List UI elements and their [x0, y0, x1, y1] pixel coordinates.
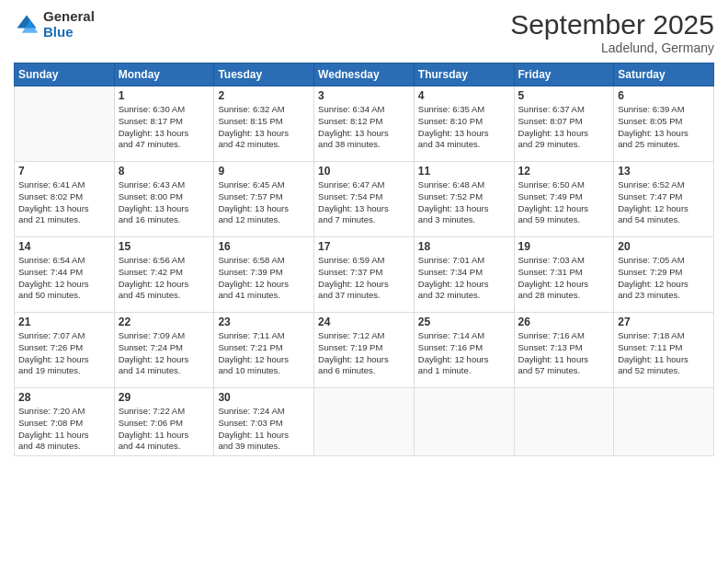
- day-info: Sunrise: 7:01 AMSunset: 7:34 PMDaylight:…: [418, 255, 510, 302]
- day-info: Sunrise: 7:09 AMSunset: 7:24 PMDaylight:…: [119, 330, 210, 377]
- day-info: Sunrise: 7:20 AMSunset: 7:08 PMDaylight:…: [18, 406, 110, 453]
- day-number: 15: [119, 240, 210, 253]
- day-number: 25: [418, 316, 510, 328]
- calendar-cell: 4Sunrise: 6:35 AMSunset: 8:10 PMDaylight…: [414, 86, 514, 162]
- calendar-week-row: 21Sunrise: 7:07 AMSunset: 7:26 PMDayligh…: [15, 313, 714, 388]
- calendar-cell: 22Sunrise: 7:09 AMSunset: 7:24 PMDayligh…: [114, 313, 214, 388]
- calendar-cell: 14Sunrise: 6:54 AMSunset: 7:44 PMDayligh…: [15, 237, 115, 313]
- calendar-cell: 10Sunrise: 6:47 AMSunset: 7:54 PMDayligh…: [314, 162, 415, 237]
- day-info: Sunrise: 7:22 AMSunset: 7:06 PMDaylight:…: [119, 406, 210, 453]
- day-info: Sunrise: 7:14 AMSunset: 7:16 PMDaylight:…: [418, 330, 510, 377]
- calendar-cell: 1Sunrise: 6:30 AMSunset: 8:17 PMDaylight…: [114, 86, 214, 162]
- day-info: Sunrise: 7:11 AMSunset: 7:21 PMDaylight:…: [218, 330, 310, 377]
- day-info: Sunrise: 6:52 AMSunset: 7:47 PMDaylight:…: [618, 179, 710, 226]
- day-info: Sunrise: 7:16 AMSunset: 7:13 PMDaylight:…: [518, 330, 610, 377]
- day-info: Sunrise: 6:39 AMSunset: 8:05 PMDaylight:…: [618, 104, 710, 151]
- calendar-week-row: 28Sunrise: 7:20 AMSunset: 7:08 PMDayligh…: [15, 388, 714, 456]
- day-number: 27: [618, 316, 710, 328]
- calendar-cell: 23Sunrise: 7:11 AMSunset: 7:21 PMDayligh…: [214, 313, 314, 388]
- day-number: 9: [218, 165, 310, 178]
- logo-text: General Blue: [43, 9, 95, 40]
- header: General Blue September 2025 Ladelund, Ge…: [14, 9, 714, 55]
- calendar-week-row: 1Sunrise: 6:30 AMSunset: 8:17 PMDaylight…: [15, 86, 714, 162]
- day-info: Sunrise: 6:48 AMSunset: 7:52 PMDaylight:…: [418, 179, 510, 226]
- day-number: 23: [218, 316, 310, 328]
- day-number: 13: [618, 165, 710, 178]
- day-number: 29: [119, 391, 210, 404]
- day-number: 5: [518, 89, 610, 102]
- logo-icon: [14, 12, 40, 38]
- day-info: Sunrise: 6:56 AMSunset: 7:42 PMDaylight:…: [119, 255, 210, 302]
- calendar-cell: 9Sunrise: 6:45 AMSunset: 7:57 PMDaylight…: [214, 162, 314, 237]
- day-number: 6: [618, 89, 710, 102]
- calendar-table: SundayMondayTuesdayWednesdayThursdayFrid…: [14, 63, 714, 456]
- calendar-cell: [414, 388, 514, 456]
- calendar-cell: [614, 388, 714, 456]
- calendar-cell: 29Sunrise: 7:22 AMSunset: 7:06 PMDayligh…: [114, 388, 214, 456]
- weekday-header: Sunday: [15, 63, 115, 86]
- weekday-header: Saturday: [614, 63, 714, 86]
- calendar-cell: 5Sunrise: 6:37 AMSunset: 8:07 PMDaylight…: [514, 86, 614, 162]
- calendar-cell: 11Sunrise: 6:48 AMSunset: 7:52 PMDayligh…: [414, 162, 514, 237]
- day-number: 17: [318, 240, 410, 253]
- day-number: 28: [18, 391, 110, 404]
- calendar-cell: 12Sunrise: 6:50 AMSunset: 7:49 PMDayligh…: [514, 162, 614, 237]
- day-number: 16: [218, 240, 310, 253]
- day-info: Sunrise: 6:50 AMSunset: 7:49 PMDaylight:…: [518, 179, 610, 226]
- day-number: 24: [318, 316, 410, 328]
- calendar-cell: 21Sunrise: 7:07 AMSunset: 7:26 PMDayligh…: [15, 313, 115, 388]
- calendar-cell: 27Sunrise: 7:18 AMSunset: 7:11 PMDayligh…: [614, 313, 714, 388]
- day-number: 22: [119, 316, 210, 328]
- day-info: Sunrise: 7:03 AMSunset: 7:31 PMDaylight:…: [518, 255, 610, 302]
- day-info: Sunrise: 6:30 AMSunset: 8:17 PMDaylight:…: [119, 104, 210, 151]
- day-number: 8: [119, 165, 210, 178]
- day-info: Sunrise: 6:59 AMSunset: 7:37 PMDaylight:…: [318, 255, 410, 302]
- calendar-cell: 8Sunrise: 6:43 AMSunset: 8:00 PMDaylight…: [114, 162, 214, 237]
- day-number: 30: [218, 391, 310, 404]
- calendar-cell: 17Sunrise: 6:59 AMSunset: 7:37 PMDayligh…: [314, 237, 415, 313]
- day-number: 20: [618, 240, 710, 253]
- day-info: Sunrise: 6:35 AMSunset: 8:10 PMDaylight:…: [418, 104, 510, 151]
- day-number: 18: [418, 240, 510, 253]
- calendar-cell: 6Sunrise: 6:39 AMSunset: 8:05 PMDaylight…: [614, 86, 714, 162]
- page: General Blue September 2025 Ladelund, Ge…: [0, 0, 728, 563]
- calendar-cell: 13Sunrise: 6:52 AMSunset: 7:47 PMDayligh…: [614, 162, 714, 237]
- day-number: 3: [318, 89, 410, 102]
- day-number: 11: [418, 165, 510, 178]
- day-number: 19: [518, 240, 610, 253]
- calendar-cell: 19Sunrise: 7:03 AMSunset: 7:31 PMDayligh…: [514, 237, 614, 313]
- calendar-cell: [15, 86, 115, 162]
- day-number: 2: [218, 89, 310, 102]
- weekday-header: Tuesday: [214, 63, 314, 86]
- day-number: 7: [18, 165, 110, 178]
- calendar-cell: [514, 388, 614, 456]
- calendar-week-row: 7Sunrise: 6:41 AMSunset: 8:02 PMDaylight…: [15, 162, 714, 237]
- day-number: 1: [119, 89, 210, 102]
- calendar-cell: 25Sunrise: 7:14 AMSunset: 7:16 PMDayligh…: [414, 313, 514, 388]
- day-info: Sunrise: 6:34 AMSunset: 8:12 PMDaylight:…: [318, 104, 410, 151]
- title-month: September 2025: [510, 9, 714, 40]
- day-info: Sunrise: 6:32 AMSunset: 8:15 PMDaylight:…: [218, 104, 310, 151]
- calendar-cell: 16Sunrise: 6:58 AMSunset: 7:39 PMDayligh…: [214, 237, 314, 313]
- day-info: Sunrise: 7:18 AMSunset: 7:11 PMDaylight:…: [618, 330, 710, 377]
- day-number: 26: [518, 316, 610, 328]
- day-info: Sunrise: 6:43 AMSunset: 8:00 PMDaylight:…: [119, 179, 210, 226]
- weekday-header: Monday: [114, 63, 214, 86]
- weekday-header: Thursday: [414, 63, 514, 86]
- day-number: 21: [18, 316, 110, 328]
- calendar-header-row: SundayMondayTuesdayWednesdayThursdayFrid…: [15, 63, 714, 86]
- day-number: 10: [318, 165, 410, 178]
- calendar-cell: 24Sunrise: 7:12 AMSunset: 7:19 PMDayligh…: [314, 313, 415, 388]
- day-info: Sunrise: 6:54 AMSunset: 7:44 PMDaylight:…: [18, 255, 110, 302]
- calendar-cell: 30Sunrise: 7:24 AMSunset: 7:03 PMDayligh…: [214, 388, 314, 456]
- title-location: Ladelund, Germany: [510, 40, 714, 55]
- day-info: Sunrise: 6:58 AMSunset: 7:39 PMDaylight:…: [218, 255, 310, 302]
- logo: General Blue: [14, 9, 95, 40]
- title-block: September 2025 Ladelund, Germany: [510, 9, 714, 55]
- calendar-cell: 28Sunrise: 7:20 AMSunset: 7:08 PMDayligh…: [15, 388, 115, 456]
- calendar-week-row: 14Sunrise: 6:54 AMSunset: 7:44 PMDayligh…: [15, 237, 714, 313]
- calendar-cell: 15Sunrise: 6:56 AMSunset: 7:42 PMDayligh…: [114, 237, 214, 313]
- weekday-header: Wednesday: [314, 63, 415, 86]
- calendar-cell: 20Sunrise: 7:05 AMSunset: 7:29 PMDayligh…: [614, 237, 714, 313]
- calendar-cell: 18Sunrise: 7:01 AMSunset: 7:34 PMDayligh…: [414, 237, 514, 313]
